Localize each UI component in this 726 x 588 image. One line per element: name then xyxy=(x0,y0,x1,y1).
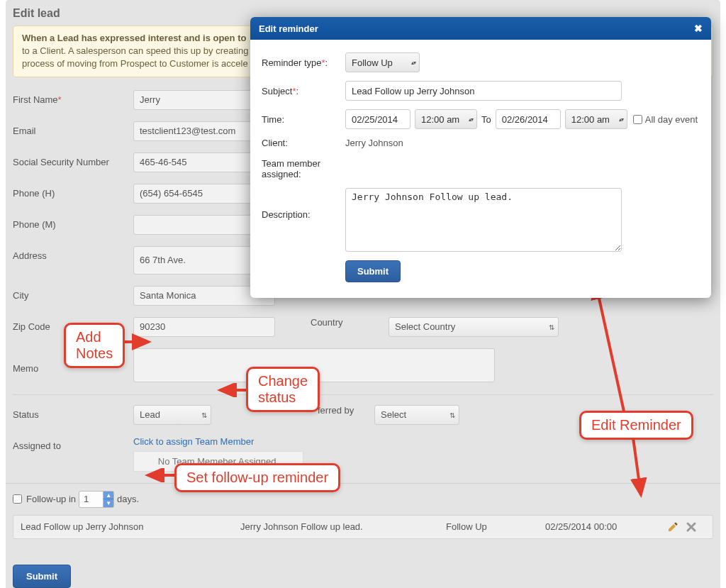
to-label: To xyxy=(481,114,491,125)
reminder-type-select[interactable]: Follow Up xyxy=(345,52,420,72)
email-label: Email xyxy=(13,121,133,136)
phone-m-label: Phone (M) xyxy=(13,215,133,230)
callout-set-followup: Set follow-up reminder xyxy=(174,463,340,492)
time-label: Time: xyxy=(262,114,345,125)
status-label: Status xyxy=(13,405,133,420)
phone-h-label: Phone (H) xyxy=(13,184,133,199)
description-label: Description: xyxy=(262,188,345,220)
client-label: Client: xyxy=(262,138,345,148)
reminder-list-row: Lead Follow up Jerry Johnson Jerry Johns… xyxy=(13,515,713,539)
all-day-label: All day event xyxy=(645,114,698,125)
edit-reminder-modal: Edit reminder ✖ Reminder type*: Follow U… xyxy=(250,17,711,298)
callout-change-status: Changestatus xyxy=(246,367,320,412)
submit-button[interactable]: Submit xyxy=(13,565,71,588)
assign-team-link[interactable]: Click to assign Team Member xyxy=(133,436,254,447)
info-bold: When a Lead has expressed interest and i… xyxy=(22,33,246,43)
reminder-type-label: Reminder type xyxy=(262,57,322,68)
followup-checkbox[interactable] xyxy=(13,494,22,504)
country-select[interactable]: Select Country xyxy=(389,317,559,337)
reminder-desc: Jerry Johnson Follow up lead. xyxy=(240,521,446,532)
client-value: Jerry Johnson xyxy=(345,138,403,148)
referred-by-label: ferred by xyxy=(318,405,374,416)
subject-label: Subject xyxy=(262,86,292,96)
followup-label-pre: Follow-up in xyxy=(26,494,76,504)
start-time-select[interactable]: 12:00 am xyxy=(415,109,477,129)
start-date-input[interactable] xyxy=(345,109,411,129)
callout-edit-reminder: Edit Reminder xyxy=(579,411,693,440)
reminder-datetime: 02/25/2014 00:00 xyxy=(545,521,659,532)
status-select[interactable]: Lead xyxy=(133,405,211,425)
stepper-up-icon[interactable]: ▲ xyxy=(104,492,113,499)
required-asterisk: * xyxy=(58,94,62,105)
assigned-to-label: Assigned to xyxy=(13,436,133,451)
callout-add-notes: AddNotes xyxy=(64,323,125,368)
modal-submit-button[interactable]: Submit xyxy=(345,260,401,282)
reminder-subject: Lead Follow up Jerry Johnson xyxy=(21,521,240,532)
city-label: City xyxy=(13,286,133,301)
info-line-1: to a Client. A salesperson can speed thi… xyxy=(22,45,248,56)
followup-days-stepper[interactable]: 1 ▲▼ xyxy=(79,491,114,508)
country-label: Country xyxy=(311,317,389,328)
description-textarea[interactable]: Jerry Johnson Follow up lead. xyxy=(345,188,622,252)
reminder-type: Follow Up xyxy=(446,521,545,532)
team-assigned-label-2: assigned: xyxy=(262,169,301,179)
subject-input[interactable] xyxy=(345,81,622,101)
address-label: Address xyxy=(13,246,133,261)
followup-label-post: days. xyxy=(117,494,139,504)
zip-input[interactable] xyxy=(133,317,275,337)
end-time-select[interactable]: 12:00 am xyxy=(565,109,627,129)
team-assigned-label-1: Team member xyxy=(262,158,320,169)
first-name-label: First Name xyxy=(13,94,58,105)
all-day-checkbox[interactable] xyxy=(633,115,642,124)
info-line-2: process of moving from Prospect to Custo… xyxy=(22,58,248,69)
followup-days-value: 1 xyxy=(79,494,103,504)
ssn-label: Social Security Number xyxy=(13,152,133,167)
referred-by-select[interactable]: Select xyxy=(374,405,459,425)
stepper-down-icon[interactable]: ▼ xyxy=(104,499,113,507)
delete-x-icon[interactable] xyxy=(686,521,697,533)
end-date-input[interactable] xyxy=(496,109,561,129)
modal-title: Edit reminder xyxy=(259,23,318,34)
modal-close-icon[interactable]: ✖ xyxy=(694,23,703,34)
pencil-icon[interactable] xyxy=(667,521,678,533)
